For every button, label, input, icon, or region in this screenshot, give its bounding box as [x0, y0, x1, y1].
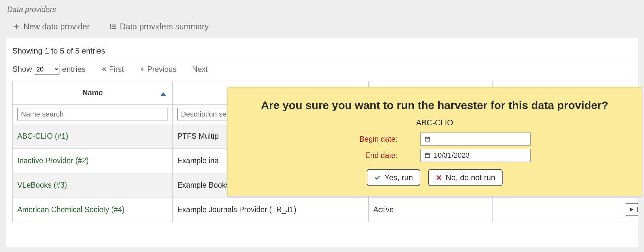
toolbar: New data provider Data providers summary: [0, 14, 644, 38]
play-icon: [629, 207, 634, 212]
show-suffix: entries: [62, 65, 86, 74]
no-run-button[interactable]: No, do not run: [428, 169, 503, 186]
svg-rect-15: [425, 137, 430, 141]
yes-run-label: Yes, run: [384, 173, 413, 182]
calendar-icon: [425, 152, 430, 158]
begin-date-input[interactable]: [420, 133, 531, 146]
provider-actions: Run now: [620, 197, 638, 222]
pager-next-label: Next: [192, 65, 207, 74]
provider-name-link[interactable]: ABC-CLIO (#1): [17, 132, 68, 140]
begin-date-row: Begin date:: [241, 133, 629, 146]
pager-first[interactable]: First: [101, 65, 124, 74]
table-row: American Chemical Society (#4)Example Jo…: [13, 197, 638, 222]
svg-rect-16: [425, 154, 430, 158]
end-date-input[interactable]: 10/31/2023: [420, 149, 531, 162]
pager-previous-label: Previous: [147, 65, 176, 74]
new-data-provider-label: New data provider: [24, 22, 90, 31]
svg-point-1: [110, 26, 111, 27]
new-data-provider-link[interactable]: New data provider: [13, 22, 90, 31]
run-now-button[interactable]: Run now: [625, 203, 638, 216]
list-icon: [109, 23, 117, 30]
check-icon: [374, 174, 381, 181]
chevrons-left-icon: [101, 66, 107, 72]
page-size-select[interactable]: 20: [35, 64, 59, 75]
end-date-value: 10/31/2023: [434, 151, 470, 160]
show-entries: Show 20 entries: [12, 64, 86, 75]
pager-next[interactable]: Next: [192, 65, 207, 74]
table-controls: Show 20 entries First Previous Next: [12, 60, 632, 81]
provider-last-run: [493, 197, 620, 222]
provider-name-link[interactable]: Inactive Provider (#2): [17, 156, 89, 165]
calendar-icon: [425, 136, 430, 142]
name-filter-input[interactable]: [17, 108, 168, 120]
yes-run-button[interactable]: Yes, run: [367, 169, 420, 186]
plus-icon: [13, 23, 20, 30]
svg-point-2: [110, 28, 111, 29]
data-providers-summary-link[interactable]: Data providers summary: [109, 22, 209, 31]
col-header-name[interactable]: Name: [13, 81, 173, 105]
breadcrumb: Data providers: [0, 0, 644, 14]
dialog-buttons: Yes, run No, do not run: [241, 169, 629, 186]
x-icon: [435, 174, 443, 181]
no-run-label: No, do not run: [446, 173, 495, 182]
dialog-title: Are you sure you want to run the harvest…: [241, 98, 629, 112]
confirm-run-dialog: Are you sure you want to run the harvest…: [227, 87, 642, 196]
svg-point-0: [110, 24, 111, 25]
dialog-provider-name: ABC-CLIO: [241, 118, 629, 127]
provider-status: Active: [369, 197, 493, 222]
end-date-label: End date:: [339, 151, 397, 160]
data-providers-summary-label: Data providers summary: [120, 22, 209, 31]
pager-first-label: First: [109, 65, 124, 74]
end-date-row: End date: 10/31/2023: [241, 149, 629, 162]
begin-date-label: Begin date:: [339, 135, 397, 144]
pager-previous[interactable]: Previous: [139, 65, 176, 74]
chevron-left-icon: [139, 66, 145, 72]
provider-name-link[interactable]: VLeBooks (#3): [17, 181, 67, 189]
run-now-label: Run now: [637, 206, 638, 213]
provider-name-link[interactable]: American Chemical Society (#4): [17, 205, 125, 214]
show-prefix: Show: [12, 65, 32, 74]
entries-info: Showing 1 to 5 of 5 entries: [12, 44, 632, 60]
provider-description: Example Journals Provider (TR_J1): [173, 197, 369, 222]
